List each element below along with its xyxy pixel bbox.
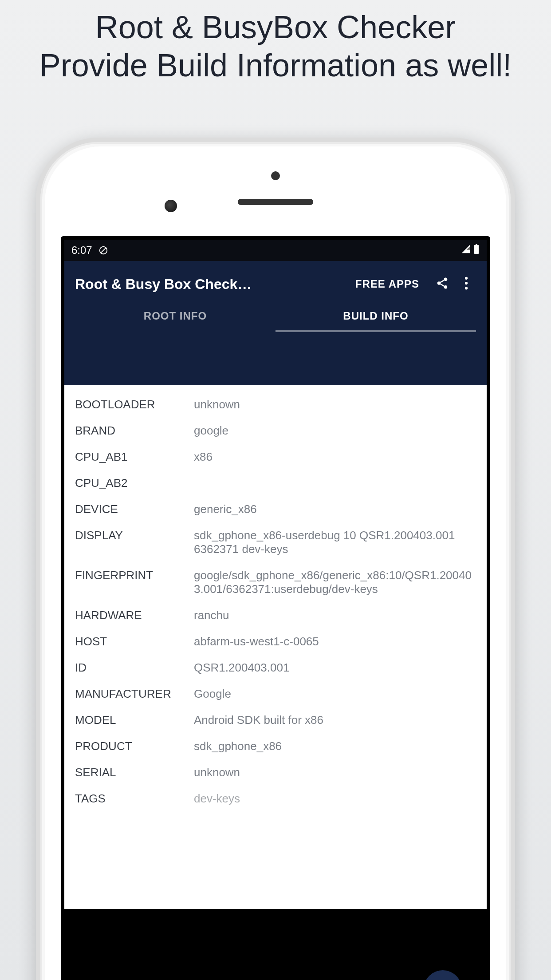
status-time: 6:07: [71, 244, 92, 257]
item-value: google: [194, 424, 476, 438]
fab-button[interactable]: [424, 970, 462, 980]
svg-point-6: [465, 277, 468, 280]
item-value: google/sdk_gphone_x86/generic_x86:10/QSR…: [194, 569, 476, 596]
item-value: Google: [194, 687, 476, 701]
item-key: BOOTLOADER: [75, 398, 194, 411]
promo-line2: Provide Build Information as well!: [9, 46, 542, 84]
list-item: CPU_AB2: [75, 476, 476, 490]
item-value: unknown: [194, 398, 476, 411]
share-icon: [436, 277, 449, 292]
item-key: CPU_AB2: [75, 476, 194, 490]
item-key: TAGS: [75, 792, 194, 806]
list-item: DISPLAYsdk_gphone_x86-userdebug 10 QSR1.…: [75, 529, 476, 556]
list-item: MANUFACTURERGoogle: [75, 687, 476, 701]
app-title: Root & Busy Box Check…: [75, 276, 355, 292]
item-value: unknown: [194, 766, 476, 779]
list-item: CPU_AB1x86: [75, 450, 476, 464]
svg-point-5: [444, 285, 448, 289]
item-key: DEVICE: [75, 502, 194, 516]
svg-point-4: [437, 281, 441, 285]
more-vert-icon: [464, 277, 468, 292]
list-item: HOSTabfarm-us-west1-c-0065: [75, 635, 476, 648]
item-key: PRODUCT: [75, 739, 194, 753]
svg-point-8: [465, 287, 468, 289]
item-key: ID: [75, 661, 194, 675]
item-key: BRAND: [75, 424, 194, 438]
item-key: MANUFACTURER: [75, 687, 194, 701]
list-item: FINGERPRINTgoogle/sdk_gphone_x86/generic…: [75, 569, 476, 596]
battery-full-icon: [473, 244, 480, 257]
list-item: BOOTLOADERunknown: [75, 398, 476, 411]
cellular-signal-icon: [461, 244, 471, 257]
list-item: MODELAndroid SDK built for x86: [75, 713, 476, 727]
item-key: SERIAL: [75, 766, 194, 779]
build-info-list[interactable]: BOOTLOADERunknown BRANDgoogle CPU_AB1x86…: [64, 385, 487, 909]
free-apps-button[interactable]: FREE APPS: [355, 278, 419, 290]
app-bar: Root & Busy Box Check… FREE APPS: [64, 261, 487, 332]
phone-sensor-dot: [271, 171, 280, 180]
overflow-menu-button[interactable]: [457, 274, 476, 294]
share-button[interactable]: [433, 274, 452, 294]
item-key: HARDWARE: [75, 609, 194, 622]
tab-build-info[interactable]: BUILD INFO: [276, 302, 476, 332]
svg-point-3: [444, 278, 448, 281]
svg-rect-1: [474, 245, 479, 254]
promo-line1: Root & BusyBox Checker: [9, 8, 542, 46]
phone-speaker: [238, 199, 313, 205]
item-value: Android SDK built for x86: [194, 713, 476, 727]
item-value: QSR1.200403.001: [194, 661, 476, 675]
item-value: abfarm-us-west1-c-0065: [194, 635, 476, 648]
status-bar: 6:07: [64, 240, 487, 261]
item-value: dev-keys: [194, 792, 476, 806]
svg-point-7: [465, 282, 468, 285]
list-item: TAGSdev-keys: [75, 792, 476, 806]
item-value: sdk_gphone_x86-userdebug 10 QSR1.200403.…: [194, 529, 476, 556]
list-item: DEVICEgeneric_x86: [75, 502, 476, 516]
item-value: x86: [194, 450, 476, 464]
item-key: CPU_AB1: [75, 450, 194, 464]
list-item: IDQSR1.200403.001: [75, 661, 476, 675]
phone-camera: [165, 200, 177, 212]
item-key: FINGERPRINT: [75, 569, 194, 596]
item-value: sdk_gphone_x86: [194, 739, 476, 753]
tab-bar: ROOT INFO BUILD INFO: [75, 302, 476, 332]
appbar-spacer: [64, 332, 487, 385]
item-value: ranchu: [194, 609, 476, 622]
item-value: [194, 476, 476, 490]
list-item: BRANDgoogle: [75, 424, 476, 438]
do-not-disturb-icon: [98, 245, 108, 255]
item-key: HOST: [75, 635, 194, 648]
phone-frame: 6:07 Root & Busy Box Check… FREE APPS: [36, 138, 515, 980]
list-item: SERIALunknown: [75, 766, 476, 779]
tab-root-info[interactable]: ROOT INFO: [75, 302, 276, 332]
phone-screen: 6:07 Root & Busy Box Check… FREE APPS: [61, 236, 490, 980]
item-key: MODEL: [75, 713, 194, 727]
svg-rect-2: [476, 244, 477, 245]
item-value: generic_x86: [194, 502, 476, 516]
list-item: PRODUCTsdk_gphone_x86: [75, 739, 476, 753]
item-key: DISPLAY: [75, 529, 194, 556]
list-item: HARDWAREranchu: [75, 609, 476, 622]
promo-header: Root & BusyBox Checker Provide Build Inf…: [0, 0, 551, 85]
